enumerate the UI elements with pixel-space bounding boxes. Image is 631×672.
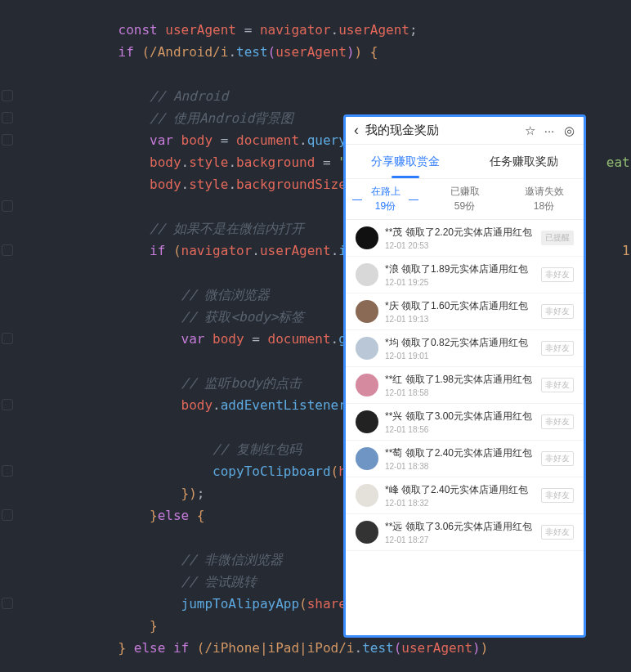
list-item-time: 12-01 18:56 [385,425,541,434]
list-item-time: 12-01 18:27 [385,535,541,544]
list-item[interactable]: **红 领取了1.98元实体店通用红包12-01 18:58非好友 [346,367,584,404]
phone-tab[interactable]: 分享赚取赏金 [346,145,465,178]
list-item-text: *浪 领取了1.89元实体店通用红包 [385,262,541,276]
stat-value: 19份 [346,199,425,213]
status-badge: 已提醒 [541,231,574,245]
status-badge: 非好友 [541,378,574,392]
list-item[interactable]: **兴 领取了3.00元实体店通用红包12-01 18:56非好友 [346,404,584,441]
stat-label: 邀请失效 [504,185,584,199]
avatar [356,226,378,249]
list-item-time: 12-01 18:32 [385,499,541,508]
target-icon[interactable]: ◎ [562,124,575,137]
list-item-time: 12-01 19:01 [385,352,541,361]
list-item[interactable]: *浪 领取了1.89元实体店通用红包12-01 19:25非好友 [346,257,584,293]
star-icon[interactable]: ☆ [523,124,536,137]
status-badge: 非好友 [541,267,574,282]
list-item-text: **远 领取了3.06元实体店通用红包 [385,520,541,534]
avatar [356,337,378,360]
list-item[interactable]: **萄 领取了2.40元实体店通用红包12-01 18:38非好友 [346,441,584,477]
list-item-text: **红 领取了1.98元实体店通用红包 [385,373,541,387]
list-item-time: 12-01 20:53 [385,241,541,250]
status-badge: 非好友 [541,451,574,466]
list-item[interactable]: *峰 领取了2.40元实体店通用红包12-01 18:32非好友 [346,477,584,514]
list-item[interactable]: *均 领取了0.82元实体店通用红包12-01 19:01非好友 [346,330,584,367]
phone-stat[interactable]: 邀请失效18份 [504,179,584,219]
list-item-text: *庆 领取了1.60元实体店通用红包 [385,299,541,313]
phone-stat[interactable]: 已赚取59份 [425,179,504,219]
avatar [356,300,378,323]
avatar [356,447,378,470]
avatar [356,521,378,544]
avatar [356,484,378,507]
list-item[interactable]: *庆 领取了1.60元实体店通用红包12-01 19:13非好友 [346,293,584,330]
list-item-text: *峰 领取了2.40元实体店通用红包 [385,483,541,497]
phone-tabs: 分享赚取赏金任务赚取奖励 [346,145,584,179]
page-title: 我的现金奖励 [365,123,517,138]
list-item-text: **兴 领取了3.00元实体店通用红包 [385,410,541,423]
stat-value: 18份 [504,199,584,213]
status-badge: 非好友 [541,525,574,540]
list-item[interactable]: **茂 领取了2.20元实体店通用红包12-01 20:53已提醒 [346,220,584,257]
stat-value: 59份 [425,199,504,213]
phone-tab[interactable]: 任务赚取奖励 [465,145,584,178]
status-badge: 非好友 [541,414,574,429]
status-badge: 非好友 [541,488,574,503]
back-icon[interactable]: ‹ [354,122,359,139]
avatar [356,410,378,433]
avatar [356,374,378,396]
list-item-time: 12-01 19:13 [385,315,541,324]
list-item-time: 12-01 18:38 [385,462,541,471]
phone-preview: ‹ 我的现金奖励 ☆ ··· ◎ 分享赚取赏金任务赚取奖励 在路上19份已赚取5… [343,114,586,638]
list-item-time: 12-01 19:25 [385,278,541,287]
list-item-time: 12-01 18:58 [385,388,541,397]
status-badge: 非好友 [541,304,574,319]
more-icon[interactable]: ··· [543,124,556,137]
phone-header: ‹ 我的现金奖励 ☆ ··· ◎ [346,117,584,145]
list-item-text: **茂 领取了2.20元实体店通用红包 [385,226,541,240]
list-item-text: **萄 领取了2.40元实体店通用红包 [385,446,541,460]
avatar [356,263,378,286]
status-badge: 非好友 [541,341,574,356]
stat-label: 在路上 [346,185,425,199]
phone-stats: 在路上19份已赚取59份邀请失效18份 [346,179,584,220]
list-item-text: *均 领取了0.82元实体店通用红包 [385,336,541,350]
phone-list[interactable]: **茂 领取了2.20元实体店通用红包12-01 20:53已提醒*浪 领取了1… [346,220,584,551]
phone-stat[interactable]: 在路上19份 [346,179,425,219]
list-item[interactable]: **远 领取了3.06元实体店通用红包12-01 18:27非好友 [346,514,584,551]
stat-label: 已赚取 [425,185,504,199]
